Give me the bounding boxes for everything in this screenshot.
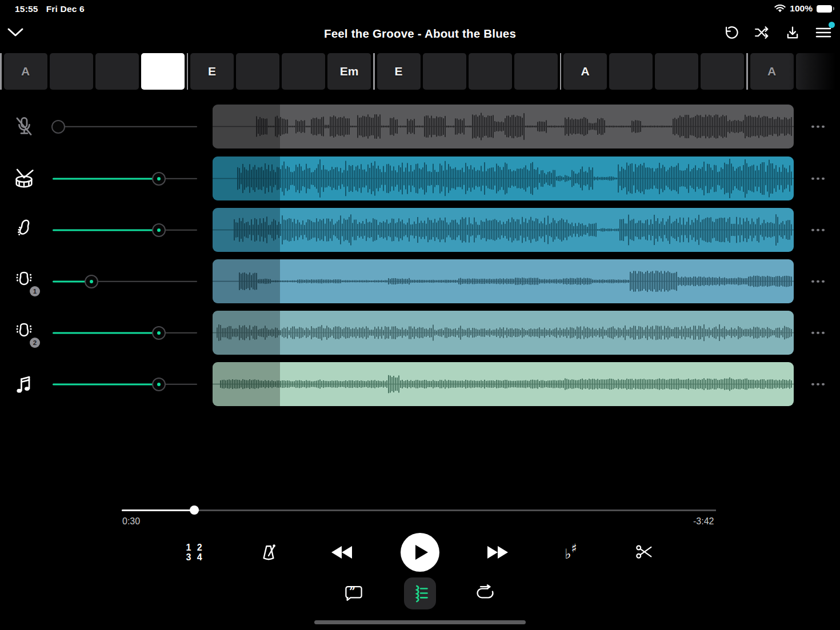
guitar-icon[interactable]: 2 <box>10 319 38 347</box>
ellipsis-icon[interactable] <box>809 174 827 183</box>
volume-slider[interactable] <box>53 171 197 186</box>
home-indicator[interactable] <box>314 620 526 624</box>
chord-cell[interactable]: A <box>750 53 794 90</box>
waveform-vocals[interactable] <box>213 105 794 149</box>
chord-cell[interactable]: Em <box>327 53 371 90</box>
volume-knob[interactable] <box>152 223 166 237</box>
waveform-drums[interactable] <box>213 157 794 200</box>
seek-knob[interactable] <box>190 505 199 515</box>
volume-slider[interactable] <box>53 223 197 238</box>
track-badge: 2 <box>30 338 40 348</box>
measure-separator <box>373 53 375 90</box>
undo-icon[interactable] <box>722 23 739 42</box>
volume-slider[interactable] <box>53 119 197 134</box>
download-icon[interactable] <box>784 23 801 42</box>
volume-knob[interactable] <box>51 120 65 134</box>
chord-label: A <box>581 65 589 78</box>
time-elapsed: 0:30 <box>122 516 140 527</box>
chord-cell[interactable] <box>469 53 512 90</box>
chord-label: A <box>21 65 30 78</box>
chord-cell[interactable] <box>282 53 325 90</box>
chord-label: E <box>208 65 216 78</box>
volume-knob[interactable] <box>85 275 98 288</box>
chord-cell[interactable]: A <box>4 53 47 90</box>
bottom-tabs: ” <box>0 577 840 609</box>
guitar-icon[interactable]: 1 <box>10 268 38 295</box>
chord-label: Em <box>340 65 359 78</box>
waveform-guitar-2[interactable] <box>213 311 794 355</box>
beat-count-button[interactable]: 1 23 4 <box>186 543 203 562</box>
rewind-icon[interactable] <box>330 545 353 560</box>
bass-icon[interactable] <box>10 216 38 244</box>
chord-cell[interactable]: A <box>563 53 607 90</box>
volume-fill <box>53 332 159 334</box>
time-remaining: -3:42 <box>693 516 714 527</box>
volume-fill <box>53 178 159 179</box>
chord-cell[interactable] <box>796 53 839 90</box>
seek-track[interactable] <box>122 509 716 511</box>
svg-text:”: ” <box>349 585 355 598</box>
chord-cell[interactable] <box>655 53 698 90</box>
fast-forward-icon[interactable] <box>486 545 509 560</box>
volume-knob[interactable] <box>152 172 166 186</box>
battery-icon <box>817 5 832 13</box>
ellipsis-icon[interactable] <box>809 122 827 131</box>
tab-lyrics[interactable]: ” <box>338 577 370 609</box>
song-title: Feel the Groove - About the Blues <box>0 27 840 41</box>
chord-cell[interactable]: E <box>377 53 421 90</box>
track-row-bass <box>0 208 840 252</box>
pitch-icon[interactable]: ♭♯ <box>565 544 577 560</box>
track-row-guitar-1: 1 <box>0 259 840 303</box>
tab-mixer[interactable] <box>404 577 436 609</box>
measure-separator <box>560 53 562 90</box>
seek-played <box>122 509 194 512</box>
ellipsis-icon[interactable] <box>809 328 827 338</box>
measure-separator <box>746 53 748 90</box>
waveform-guitar-1[interactable] <box>213 259 794 303</box>
measure-separator <box>0 53 2 90</box>
volume-fill <box>53 229 159 231</box>
volume-knob[interactable] <box>152 378 166 391</box>
wifi-icon <box>774 5 786 13</box>
play-icon[interactable] <box>401 533 439 572</box>
drums-icon[interactable] <box>10 165 38 192</box>
chord-cell[interactable] <box>95 53 139 90</box>
metronome-icon[interactable] <box>259 542 278 563</box>
volume-knob[interactable] <box>152 326 166 340</box>
chord-cell[interactable] <box>609 53 653 90</box>
chord-cell[interactable] <box>50 53 93 90</box>
chord-cell[interactable] <box>423 53 466 90</box>
ellipsis-icon[interactable] <box>809 379 827 389</box>
volume-slider[interactable] <box>53 326 197 340</box>
menu-icon[interactable] <box>815 23 832 42</box>
waveform-bass[interactable] <box>213 208 794 252</box>
chord-strip: AEEmEAA <box>0 53 840 90</box>
chord-label: A <box>767 65 776 78</box>
chord-cell[interactable] <box>514 53 558 90</box>
chord-cell[interactable]: E <box>190 53 234 90</box>
seek-bar[interactable] <box>122 505 716 515</box>
volume-slider[interactable] <box>53 377 197 392</box>
ellipsis-icon[interactable] <box>809 276 827 286</box>
track-row-drums <box>0 157 840 200</box>
volume-slider[interactable] <box>53 274 197 289</box>
ellipsis-icon[interactable] <box>809 225 827 235</box>
volume-track <box>53 126 197 127</box>
waveform-other[interactable] <box>213 362 794 406</box>
microphone-muted-icon[interactable] <box>10 113 38 141</box>
music-note-icon[interactable] <box>10 371 38 398</box>
scissors-icon[interactable] <box>635 544 654 560</box>
transport-bar: 1 23 4 ♭♯ <box>0 532 840 572</box>
chord-cell[interactable] <box>701 53 744 90</box>
chord-cell[interactable] <box>236 53 279 90</box>
measure-separator <box>187 53 189 90</box>
track-row-guitar-2: 2 <box>0 311 840 355</box>
battery-percent: 100% <box>790 3 813 14</box>
date: Fri Dec 6 <box>46 4 85 14</box>
track-row-vocals <box>0 105 840 149</box>
shuffle-icon[interactable] <box>753 23 770 42</box>
chord-cell-selected[interactable] <box>141 53 185 90</box>
tab-loop[interactable] <box>469 577 501 609</box>
track-badge: 1 <box>30 286 40 296</box>
clock: 15:55 <box>15 4 38 14</box>
